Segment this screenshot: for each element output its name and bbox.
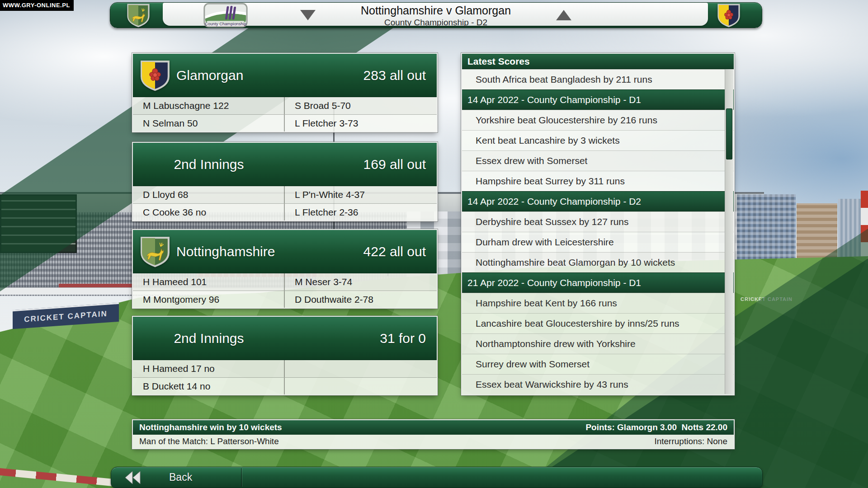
score-item: Hampshire beat Kent by 166 runs [462, 293, 734, 313]
score-item: Essex drew with Somerset [462, 150, 734, 171]
scorecard-nottinghamshire-2nd-innings: 2nd Innings 31 for 0 H Hameed 17 no B Du… [133, 317, 437, 394]
top-bowler: L Fletcher 3-73 [285, 115, 437, 131]
rewind-icon [125, 471, 142, 484]
match-subtitle: County Championship - D2 [273, 18, 599, 28]
top-bowler: L Fletcher 2-36 [285, 204, 437, 221]
match-result-summary: Nottinghamshire win by 10 wickets Points… [133, 420, 734, 448]
top-bowler: D Douthwaite 2-78 [285, 291, 437, 308]
top-batter: M Montgomery 96 [133, 291, 285, 308]
scorecard-nottinghamshire-1st-innings: Nottinghamshire 422 all out H Hameed 101… [133, 230, 437, 308]
glamorgan-badge-icon [712, 3, 746, 28]
score-item: Essex beat Warwickshire by 43 runs [462, 374, 734, 394]
score-item: Northamptonshire drew with Yorkshire [462, 333, 734, 354]
top-bowler: L P'n-White 4-37 [285, 186, 437, 203]
top-batter: H Hameed 17 no [133, 360, 285, 377]
match-result-text: Nottinghamshire win by 10 wickets [139, 422, 282, 432]
scorecard-row: H Hameed 17 no [133, 360, 437, 377]
match-summary-screen: CRICKET CAPTAIN CRICKET CAPTAIN WWW.GRY-… [0, 0, 868, 488]
latest-scores-panel: Latest Scores South Africa beat Banglade… [462, 54, 734, 394]
glamorgan-badge-icon [140, 59, 170, 92]
scorecard-total: 31 for 0 [380, 331, 426, 346]
match-title-block: Nottinghamshire v Glamorgan County Champ… [273, 4, 599, 28]
scorecard-row: H Hameed 101 M Neser 3-74 [133, 273, 437, 291]
top-bowler: M Neser 3-74 [285, 273, 437, 291]
stadium-scoreboard [0, 194, 77, 253]
match-header-bar: County Championship Nottinghamshire v Gl… [110, 2, 762, 28]
top-bowler: S Broad 5-70 [285, 97, 437, 114]
scorecard-innings-title: 2nd Innings [133, 157, 285, 172]
scorecard-row: C Cooke 36 no L Fletcher 2-36 [133, 203, 437, 221]
scorecard-glamorgan-1st-innings: Glamorgan 283 all out M Labuschagne 122 … [133, 54, 437, 131]
score-item: Hampshire beat Surrey by 311 runs [462, 171, 734, 191]
latest-scores-scrollbar-thumb[interactable] [726, 108, 732, 160]
score-item: South Africa beat Bangladesh by 211 runs [462, 69, 734, 89]
scorecard-row: B Duckett 14 no [133, 377, 437, 394]
advertising-board-small: CRICKET CAPTAIN [741, 296, 793, 302]
top-batter: D Lloyd 68 [133, 186, 285, 203]
city-building [797, 203, 837, 262]
scorecard-row: M Labuschagne 122 S Broad 5-70 [133, 97, 437, 114]
nottinghamshire-badge-icon [121, 3, 156, 28]
scorecard-team-name: Glamorgan [176, 68, 243, 83]
scorecard-header: Glamorgan 283 all out [133, 54, 437, 97]
scorecard-innings-title: 2nd Innings [133, 331, 285, 346]
score-section-header: 21 Apr 2022 - County Championship - D1 [462, 272, 734, 293]
scorecard-row: M Montgomery 96 D Douthwaite 2-78 [133, 291, 437, 308]
top-batter: M Labuschagne 122 [133, 97, 285, 114]
score-item: Durham drew with Leicestershire [462, 232, 734, 252]
scorecard-total: 169 all out [363, 157, 426, 172]
score-item: Surrey drew with Somerset [462, 354, 734, 374]
scorecard-team-name: Nottinghamshire [176, 244, 275, 259]
top-batter: H Hameed 101 [133, 273, 285, 291]
points-text: Points: Glamorgn 3.00 Notts 22.00 [585, 422, 727, 432]
man-of-the-match-text: Man of the Match: L Patterson-White [139, 436, 279, 446]
top-batter: N Selman 50 [133, 115, 285, 131]
score-item: Nottinghamshire beat Glamorgan by 10 wic… [462, 252, 734, 272]
latest-scores-title: Latest Scores [462, 54, 734, 69]
interruptions-text: Interruptions: None [654, 436, 727, 446]
score-item: Kent beat Lancashire by 3 wickets [462, 130, 734, 150]
scorecard-glamorgan-2nd-innings: 2nd Innings 169 all out D Lloyd 68 L P'n… [133, 143, 437, 221]
score-section-header: 14 Apr 2022 - County Championship - D2 [462, 191, 734, 211]
score-item: Derbyshire beat Sussex by 127 runs [462, 211, 734, 232]
nottinghamshire-badge-icon [140, 235, 170, 268]
scorecard-total: 283 all out [363, 68, 426, 83]
competition-logo-label: County Championship [205, 22, 246, 26]
next-match-arrow-icon[interactable] [556, 10, 571, 20]
scorecard-row: N Selman 50 L Fletcher 3-73 [133, 114, 437, 131]
back-bar-divider [241, 468, 242, 487]
scorecard-total: 422 all out [363, 244, 426, 259]
back-button[interactable]: Back [111, 467, 763, 488]
scorecard-row: D Lloyd 68 L P'n-White 4-37 [133, 186, 437, 203]
scorecard-header: Nottinghamshire 422 all out [133, 230, 437, 273]
top-bowler [285, 360, 437, 377]
top-batter: B Duckett 14 no [133, 378, 285, 394]
match-details-row: Man of the Match: L Patterson-White Inte… [133, 435, 734, 448]
result-row: Nottinghamshire win by 10 wickets Points… [133, 420, 734, 435]
city-building [737, 194, 796, 262]
latest-scores-scrollbar-track[interactable] [725, 69, 733, 394]
top-bowler [285, 378, 437, 394]
site-watermark: WWW.GRY-ONLINE.PL [0, 0, 74, 11]
score-item: Yorkshire beat Gloucestershire by 216 ru… [462, 110, 734, 130]
scorecard-header: 2nd Innings 169 all out [133, 143, 437, 186]
back-button-label: Back [169, 471, 192, 483]
match-title: Nottinghamshire v Glamorgan [273, 4, 599, 17]
top-batter: C Cooke 36 no [133, 204, 285, 221]
county-championship-logo-icon: County Championship [203, 3, 249, 28]
score-item: Lancashire beat Gloucestershire by inns/… [462, 313, 734, 333]
scorecard-header: 2nd Innings 31 for 0 [133, 317, 437, 360]
score-section-header: 14 Apr 2022 - County Championship - D1 [462, 89, 734, 110]
